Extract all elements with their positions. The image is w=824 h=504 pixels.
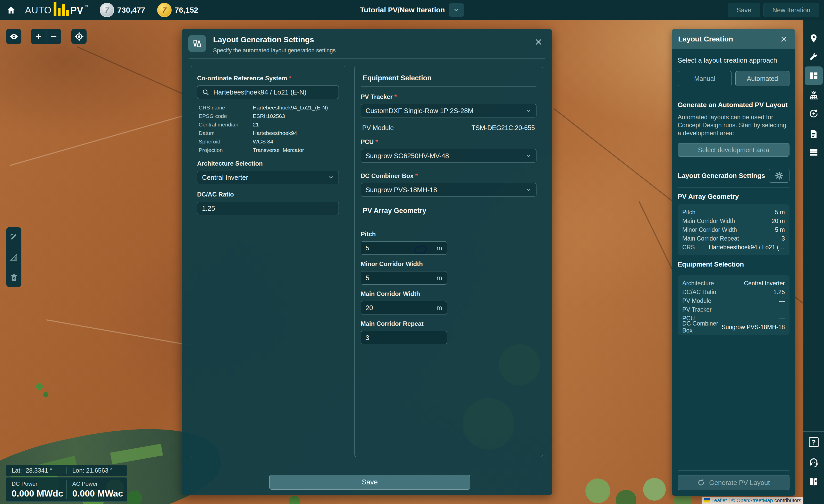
generate-pv-layout-label: Generate PV Layout bbox=[709, 479, 770, 487]
headset-icon bbox=[809, 457, 819, 468]
divider bbox=[678, 187, 790, 187]
divider bbox=[361, 219, 536, 219]
generate-pv-layout-button[interactable]: Generate PV Layout bbox=[678, 475, 790, 490]
equipment-summary-table: ArchitectureCentral Inverter DC/AC Ratio… bbox=[678, 275, 790, 335]
crs-detail-value: 21 bbox=[253, 122, 259, 128]
pitch-label: Pitch bbox=[361, 231, 447, 238]
panel-close-button[interactable] bbox=[779, 34, 789, 44]
crs-detail-value: Hartebeesthoek94 bbox=[253, 130, 297, 136]
solar-array-tool-button[interactable] bbox=[803, 88, 824, 104]
location-tool-button[interactable] bbox=[803, 30, 824, 46]
select-development-area-button[interactable]: Select development area bbox=[678, 143, 790, 157]
locate-button[interactable] bbox=[71, 29, 87, 44]
main-repeat-input[interactable]: 3 bbox=[361, 331, 447, 344]
layer-visibility-button[interactable] bbox=[6, 29, 21, 44]
dc-combiner-select[interactable]: Sungrow PVS-18MH-18 bbox=[361, 183, 536, 197]
draw-button[interactable] bbox=[9, 232, 19, 242]
latitude-value: Lat: -28.3341 ° bbox=[6, 465, 67, 476]
approach-label: Select a layout creation approach bbox=[678, 56, 790, 65]
measure-button[interactable] bbox=[9, 252, 19, 262]
pv-tracker-select[interactable]: CustomDXF Single-Row 1P 2S-28M bbox=[361, 104, 536, 117]
search-icon bbox=[202, 89, 209, 96]
layout-settings-gear-button[interactable] bbox=[769, 169, 790, 182]
table-row: PV Module— bbox=[682, 296, 785, 305]
crs-detail-value: ESRI:102563 bbox=[253, 113, 285, 119]
logo-bars bbox=[54, 2, 69, 16]
help-button[interactable]: ? bbox=[803, 434, 824, 450]
layout-settings-icon bbox=[188, 35, 206, 52]
concept-token: 7 730,477 bbox=[100, 3, 145, 17]
leaflet-link[interactable]: Leaflet bbox=[711, 498, 727, 503]
modal-close-button[interactable] bbox=[533, 36, 544, 48]
table-row: Minor Corridor Width5 m bbox=[682, 225, 785, 234]
openstreetmap-link[interactable]: © OpenStreetMap bbox=[731, 498, 773, 503]
ac-power-value: 0.000 MWac bbox=[73, 488, 127, 499]
crs-detail-value: Transverse_Mercator bbox=[253, 147, 304, 153]
crs-search-input[interactable]: Hartebeesthoek94 / Lo21 (E-N) bbox=[197, 86, 339, 99]
geometry-summary-table: Pitch5 m Main Corridor Width20 m Minor C… bbox=[678, 204, 790, 255]
crs-section: Co-ordinate Reference System * Hartebees… bbox=[191, 66, 345, 457]
equipment-selection-heading: Equipment Selection bbox=[363, 74, 536, 82]
dc-combiner-label: DC Combiner Box * bbox=[361, 172, 536, 179]
logo-trademark: ™ bbox=[84, 4, 88, 8]
dc-ac-ratio-input[interactable]: 1.25 bbox=[197, 202, 339, 215]
crs-detail-label: EPSG code bbox=[199, 113, 253, 119]
ukraine-flag-icon bbox=[704, 498, 710, 502]
new-iteration-button[interactable]: New Iteration bbox=[763, 3, 819, 17]
longitude-value: Lon: 21.6563 ° bbox=[67, 465, 127, 476]
zoom-out-button[interactable]: − bbox=[46, 29, 62, 44]
architecture-select[interactable]: Central Inverter bbox=[197, 171, 339, 184]
home-button[interactable] bbox=[4, 3, 18, 17]
delete-button[interactable] bbox=[9, 273, 19, 282]
chevron-down-icon bbox=[525, 153, 532, 159]
zoom-in-button[interactable]: + bbox=[31, 29, 46, 44]
tools-button[interactable] bbox=[803, 49, 824, 65]
support-button[interactable] bbox=[803, 454, 824, 470]
divider bbox=[189, 58, 545, 59]
table-row: DC/AC Ratio1.25 bbox=[682, 288, 785, 296]
list-icon bbox=[809, 147, 819, 157]
main-corridor-value: 20 bbox=[366, 304, 373, 312]
chevron-down-icon bbox=[525, 187, 532, 193]
main-repeat-label: Main Corridor Repeat bbox=[361, 320, 447, 327]
gear-icon bbox=[775, 171, 784, 180]
table-row: DC Combiner BoxSungrow PVS-18MH-18 bbox=[682, 323, 785, 332]
main-corridor-unit: m bbox=[436, 304, 442, 312]
irrigation-pivot bbox=[289, 496, 300, 504]
crs-detail-label: Projection bbox=[199, 147, 253, 153]
iteration-sync-button[interactable] bbox=[803, 106, 824, 122]
logo-auto-text: AUTO bbox=[25, 3, 51, 18]
modal-title: Layout Generation Settings bbox=[213, 35, 336, 44]
minor-corridor-input[interactable]: 5 m bbox=[361, 271, 447, 284]
report-button[interactable] bbox=[803, 126, 824, 142]
save-button[interactable]: Save bbox=[728, 3, 760, 17]
pcu-label: PCU * bbox=[361, 138, 536, 145]
crs-detail-label: Spheroid bbox=[199, 139, 253, 145]
pitch-input[interactable]: 5 m bbox=[361, 241, 447, 255]
documentation-button[interactable] bbox=[803, 474, 824, 490]
irrigation-pivot bbox=[127, 491, 142, 504]
table-row: CRSHartebeesthoek94 / Lo21 (… bbox=[682, 243, 785, 252]
logo-pv-text: PV bbox=[70, 3, 83, 18]
ac-power-label: AC Power bbox=[73, 481, 127, 487]
pcu-select[interactable]: Sungrow SG6250HV-MV-48 bbox=[361, 149, 536, 162]
irrigation-pivot bbox=[616, 490, 636, 504]
layout-icon bbox=[809, 71, 819, 81]
manual-approach-button[interactable]: Manual bbox=[678, 71, 732, 86]
divider bbox=[678, 94, 790, 94]
main-corridor-input[interactable]: 20 m bbox=[361, 301, 447, 314]
irrigation-pivot bbox=[43, 392, 48, 397]
layout-tool-button[interactable] bbox=[803, 68, 824, 84]
divider bbox=[189, 466, 545, 466]
home-icon bbox=[6, 5, 16, 15]
document-icon bbox=[809, 129, 819, 139]
list-button[interactable] bbox=[803, 144, 824, 160]
coordinates-readout: Lat: -28.3341 ° Lon: 21.6563 ° bbox=[6, 465, 127, 476]
automated-approach-button[interactable]: Automated bbox=[735, 71, 790, 86]
crs-detail-label: CRS name bbox=[199, 105, 253, 111]
main-corridor-label: Main Corridor Width bbox=[361, 290, 447, 297]
concept-token-value: 730,477 bbox=[117, 6, 145, 14]
project-dropdown-button[interactable] bbox=[449, 3, 464, 17]
geometry-summary-heading: PV Array Geometry bbox=[678, 193, 790, 201]
modal-save-button[interactable]: Save bbox=[269, 475, 470, 490]
